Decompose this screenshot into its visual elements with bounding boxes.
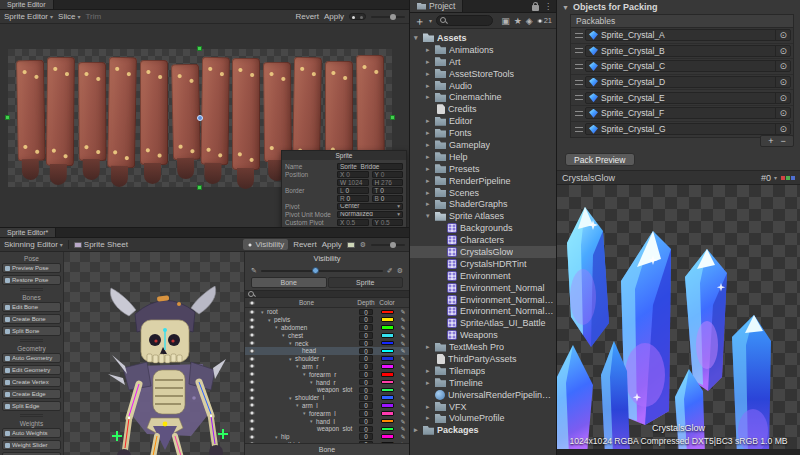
- project-tree-item[interactable]: Help: [410, 151, 556, 163]
- tool-button[interactable]: Weight Slider: [2, 440, 61, 450]
- color-picker-icon[interactable]: ✎: [397, 332, 409, 339]
- tool-button[interactable]: Create Bone: [2, 314, 61, 324]
- section-grip[interactable]: [20, 414, 43, 417]
- tool-button[interactable]: Restore Pose: [2, 275, 61, 285]
- visibility-eye-icon[interactable]: [249, 310, 255, 314]
- drag-handle-icon[interactable]: [575, 95, 583, 100]
- project-tree-item[interactable]: Fonts: [410, 127, 556, 139]
- pack-preview-button[interactable]: Pack Preview: [565, 153, 635, 166]
- gear-icon[interactable]: ⚙: [360, 241, 366, 249]
- pivot-handle[interactable]: [197, 115, 203, 121]
- trim-button[interactable]: Trim: [85, 12, 101, 21]
- border-l-field[interactable]: L 0: [337, 187, 369, 194]
- object-picker-icon[interactable]: ⊙: [775, 61, 787, 71]
- tool-button[interactable]: Auto Weights: [2, 428, 61, 438]
- expand-arrow-icon[interactable]: [426, 403, 435, 411]
- depth-field[interactable]: 0: [359, 316, 373, 323]
- visibility-eye-icon[interactable]: [249, 318, 255, 322]
- bone-row[interactable]: abdomen 0 ✎: [245, 324, 409, 332]
- bone-row[interactable]: hip 0 ✎: [245, 433, 409, 441]
- visibility-eye-icon[interactable]: [249, 333, 255, 337]
- bone-row[interactable]: forearm_l 0 ✎: [245, 409, 409, 417]
- zoom-slider-thumb[interactable]: [390, 14, 396, 20]
- depth-field[interactable]: 0: [359, 363, 373, 370]
- tool-button[interactable]: Preview Pose: [2, 263, 61, 273]
- expand-arrow-icon[interactable]: [426, 117, 435, 125]
- bone-color-swatch[interactable]: [381, 427, 394, 432]
- foldout-arrow-icon[interactable]: ▼: [562, 4, 569, 11]
- bone-color-swatch[interactable]: [381, 356, 394, 361]
- depth-field[interactable]: 0: [359, 309, 373, 316]
- expand-arrow-icon[interactable]: [426, 212, 435, 220]
- expand-arrow-icon[interactable]: [426, 82, 435, 90]
- visibility-eye-icon[interactable]: [249, 419, 255, 423]
- expand-arrow-icon[interactable]: [426, 177, 435, 185]
- tool-button[interactable]: Edit Geometry: [2, 365, 61, 375]
- position-h-field[interactable]: H 276: [372, 179, 404, 186]
- expand-arrow-icon[interactable]: [426, 153, 435, 161]
- image-icon[interactable]: [347, 242, 355, 248]
- sprite-editor-canvas[interactable]: Sprite Name Sprite_Bridge Position X 0 Y…: [0, 24, 409, 227]
- tool-button[interactable]: Create Vertex: [2, 377, 61, 387]
- drag-handle-icon[interactable]: [575, 48, 583, 53]
- packable-row[interactable]: Sprite_Crystal_B ⊙: [571, 44, 793, 60]
- project-tree-item[interactable]: AssetStoreTools: [410, 68, 556, 80]
- depth-field[interactable]: 0: [359, 410, 373, 417]
- color-picker-icon[interactable]: ✎: [397, 394, 409, 401]
- section-grip[interactable]: [20, 288, 43, 291]
- resize-handle-bottom[interactable]: [197, 185, 202, 190]
- rgb-alpha-toggle[interactable]: [349, 13, 366, 20]
- custom-pivot-y-field[interactable]: Y 0.5: [372, 219, 404, 226]
- expand-arrow-icon[interactable]: [426, 46, 435, 54]
- expand-arrow-icon[interactable]: [426, 414, 435, 422]
- project-tree-item[interactable]: Animations: [410, 44, 556, 56]
- sprite-name-field[interactable]: Sprite_Bridge: [337, 163, 403, 170]
- object-picker-icon[interactable]: ⊙: [775, 108, 787, 118]
- rgb-channels-icon[interactable]: [781, 176, 795, 180]
- resize-handle-left[interactable]: [5, 115, 10, 120]
- expand-arrow-icon[interactable]: [426, 93, 435, 101]
- project-tree-item[interactable]: Audio: [410, 80, 556, 92]
- depth-field[interactable]: 0: [359, 418, 373, 425]
- expand-arrow-icon[interactable]: [426, 200, 435, 208]
- column-bone[interactable]: Bone: [258, 299, 355, 306]
- tool-button[interactable]: Edit Bone: [2, 302, 61, 312]
- bone-color-swatch[interactable]: [381, 380, 394, 385]
- drag-handle-icon[interactable]: [575, 80, 583, 85]
- visibility-eye-icon[interactable]: [249, 325, 255, 329]
- color-picker-icon[interactable]: ✎: [397, 363, 409, 370]
- resize-handle-top[interactable]: [197, 46, 202, 51]
- project-tree-item[interactable]: VolumeProfile: [410, 413, 556, 425]
- visibility-eye-icon[interactable]: [249, 403, 255, 407]
- project-tree-item[interactable]: CrystalsHDRTint: [410, 258, 556, 270]
- expand-arrow-icon[interactable]: [414, 34, 423, 42]
- project-tree-item[interactable]: ShaderGraphs: [410, 198, 556, 210]
- visibility-eye-icon[interactable]: [249, 357, 255, 361]
- visibility-eye-icon[interactable]: [249, 372, 255, 376]
- project-tree-item[interactable]: Environment_Normal_Mask: [410, 305, 556, 317]
- project-tree-item[interactable]: Timeline: [410, 377, 556, 389]
- bone-row[interactable]: hand_r 0 ✎: [245, 378, 409, 386]
- zoom-slider[interactable]: [371, 16, 405, 18]
- bone-row[interactable]: head 0 ✎: [245, 347, 409, 355]
- pivot-unit-mode-dropdown[interactable]: Normalized▾: [337, 211, 403, 218]
- objects-for-packing-header[interactable]: ▼ Objects for Packing: [557, 0, 800, 14]
- kebab-menu-icon[interactable]: ⋮: [544, 2, 552, 11]
- lock-icon[interactable]: [532, 5, 539, 11]
- packable-row[interactable]: Sprite_Crystal_E ⊙: [571, 90, 793, 106]
- border-t-field[interactable]: T 0: [372, 187, 404, 194]
- column-depth[interactable]: Depth: [355, 299, 377, 306]
- bone-row[interactable]: arm_l 0 ✎: [245, 402, 409, 410]
- expand-arrow-icon[interactable]: [426, 379, 435, 387]
- opacity-slider-thumb[interactable]: [312, 267, 319, 274]
- gear-icon[interactable]: ⚙: [397, 267, 403, 275]
- expand-arrow-icon[interactable]: [426, 129, 435, 137]
- slice-dropdown[interactable]: Slice▾: [58, 12, 80, 21]
- object-picker-icon[interactable]: ⊙: [775, 77, 787, 87]
- object-picker-icon[interactable]: ⊙: [775, 93, 787, 103]
- expand-arrow-icon[interactable]: [426, 367, 435, 375]
- bone-search-field[interactable]: [245, 290, 409, 298]
- color-picker-icon[interactable]: ✎: [397, 379, 409, 386]
- object-picker-icon[interactable]: ⊙: [775, 46, 787, 56]
- color-picker-icon[interactable]: ✎: [397, 425, 409, 432]
